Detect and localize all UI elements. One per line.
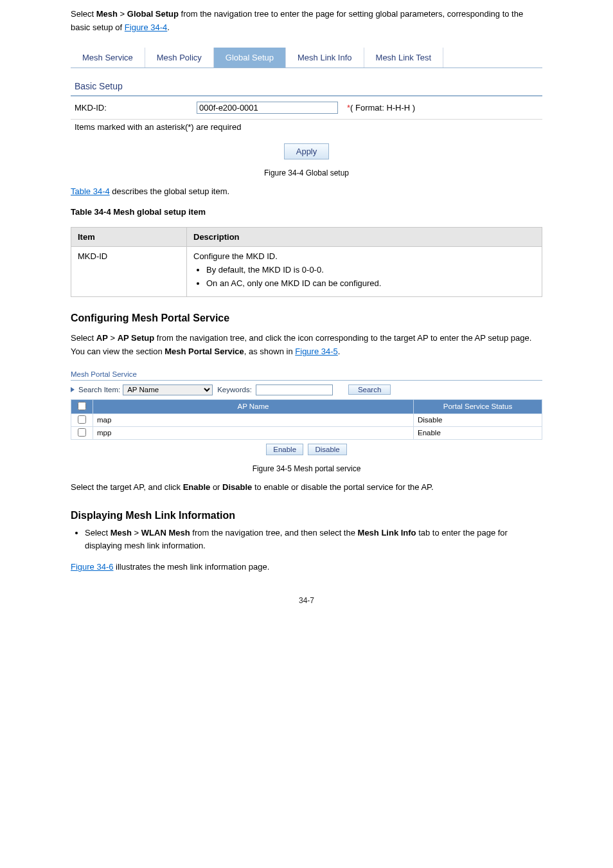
mkd-id-label: MKD-ID: [75, 103, 197, 113]
fig3-ref-line: Figure 34-6 illustrates the mesh link in… [71, 561, 542, 574]
heading-mesh-portal-service: Configuring Mesh Portal Service [71, 312, 542, 324]
figure-link-34-4[interactable]: Figure 34-4 [125, 23, 167, 32]
th-select-all[interactable] [71, 399, 93, 413]
table-intro: Table 34-4 describes the global setup it… [71, 185, 542, 199]
t: to enable or disable the portal service … [252, 482, 433, 492]
mkd-id-input[interactable] [197, 102, 338, 114]
t: Select the target AP, and click [71, 482, 183, 492]
search-item-label: Search Item: [78, 386, 120, 393]
th-item: Item [71, 228, 187, 247]
row-checkbox[interactable] [78, 428, 86, 437]
doc-list: Select Mesh > WLAN Mesh from the navigat… [85, 527, 542, 554]
table-row: MKD-ID Configure the MKD ID. By default,… [71, 247, 542, 297]
disable-word: Disable [222, 482, 252, 492]
menu-ap: AP [96, 333, 108, 343]
enable-button[interactable]: Enable [266, 444, 303, 455]
t: Select [85, 528, 111, 538]
tab-global-setup[interactable]: Global Setup [214, 48, 286, 68]
heading-display-mesh-link: Displaying Mesh Link Information [71, 510, 542, 521]
cell-item: MKD-ID [71, 247, 187, 297]
enable-word: Enable [183, 482, 211, 492]
t: from the navigation tree, and then selec… [190, 528, 358, 538]
cell-ap-name: mpp [93, 426, 414, 439]
t: Select [71, 333, 96, 343]
t: or [210, 482, 222, 492]
t: describes the global setup item. [110, 186, 229, 196]
section-name: Mesh Portal Service [164, 347, 244, 356]
basic-setup-heading: Basic Setup [71, 68, 542, 96]
ap-table: AP Name Portal Service Status map Disabl… [71, 399, 542, 440]
t: > [132, 528, 141, 538]
keywords-input[interactable] [256, 384, 333, 395]
search-item-select[interactable]: AP Name [123, 384, 213, 395]
table-row: mpp Enable [71, 426, 542, 439]
cell-description: Configure the MKD ID. By default, the MK… [187, 247, 542, 297]
mesh-portal-intro: Select AP > AP Setup from the navigation… [71, 332, 542, 359]
figure-34-5-caption: Figure 34-5 Mesh portal service [71, 464, 542, 473]
table-34-4-caption: Table 34-4 Mesh global setup item [71, 206, 542, 219]
t: illustrates the mesh link information pa… [113, 562, 269, 572]
desc-line: Configure the MKD ID. [193, 251, 535, 261]
list-item: Select Mesh > WLAN Mesh from the navigat… [85, 527, 542, 554]
menu-mesh: Mesh [111, 528, 132, 538]
row-checkbox[interactable] [78, 415, 86, 424]
mkd-id-row: MKD-ID: *( Format: H-H-H ) [71, 96, 542, 120]
t: > [108, 333, 118, 343]
global-setup-item-table: Item Description MKD-ID Configure the MK… [71, 227, 542, 297]
desc-bullet: By default, the MKD ID is 0-0-0. [206, 265, 535, 275]
table-link-34-4[interactable]: Table 34-4 [71, 186, 110, 196]
page-number: 34-7 [26, 596, 587, 605]
t: Select [71, 9, 96, 19]
cell-portal-status: Enable [414, 426, 542, 439]
desc-bullet: On an AC, only one MKD ID can be configu… [206, 278, 535, 288]
format-hint: ( Format: H-H-H ) [350, 103, 415, 113]
tab-name-mesh-link-info: Mesh Link Info [358, 528, 416, 538]
mkd-id-hint: *( Format: H-H-H ) [347, 103, 415, 113]
search-row: Search Item: AP Name Keywords: Search [71, 384, 542, 395]
select-all-checkbox[interactable] [78, 402, 86, 410]
figure-link-34-6[interactable]: Figure 34-6 [71, 562, 113, 572]
figure-global-setup: Mesh Service Mesh Policy Global Setup Me… [71, 48, 542, 159]
menu-global-setup: Global Setup [127, 9, 179, 19]
figure-link-34-5[interactable]: Figure 34-5 [295, 347, 337, 356]
figure-mesh-portal-service: Mesh Portal Service Search Item: AP Name… [71, 370, 542, 455]
t: . [338, 347, 341, 356]
search-button[interactable]: Search [348, 384, 391, 395]
t: . [167, 23, 170, 32]
table-row: map Disable [71, 413, 542, 426]
keywords-label: Keywords: [217, 386, 252, 393]
t: , as shown in [244, 347, 296, 356]
cell-portal-status: Disable [414, 413, 542, 426]
tab-mesh-link-info[interactable]: Mesh Link Info [286, 48, 364, 68]
tab-mesh-policy[interactable]: Mesh Policy [145, 48, 214, 68]
disable-button[interactable]: Disable [308, 444, 346, 455]
t: > [118, 9, 127, 19]
th-description: Description [187, 228, 542, 247]
apply-button[interactable]: Apply [284, 143, 330, 159]
after-fig2-p1: Select the target AP, and click Enable o… [71, 481, 542, 494]
tabs: Mesh Service Mesh Policy Global Setup Me… [71, 48, 542, 68]
menu-ap-setup: AP Setup [118, 333, 155, 343]
cell-ap-name: map [93, 413, 414, 426]
intro-1: Select Mesh > Global Setup from the navi… [71, 8, 542, 35]
mesh-portal-service-heading: Mesh Portal Service [71, 370, 542, 381]
menu-mesh: Mesh [96, 9, 118, 19]
figure-34-4-caption: Figure 34-4 Global setup [71, 168, 542, 177]
tab-mesh-link-test[interactable]: Mesh Link Test [364, 48, 443, 68]
required-note: Items marked with an asterisk(*) are req… [71, 120, 542, 141]
menu-wlan-mesh: WLAN Mesh [141, 528, 190, 538]
th-ap-name: AP Name [93, 399, 414, 413]
tab-mesh-service[interactable]: Mesh Service [71, 48, 145, 68]
th-portal-status: Portal Service Status [414, 399, 542, 413]
arrow-right-icon [71, 387, 75, 392]
